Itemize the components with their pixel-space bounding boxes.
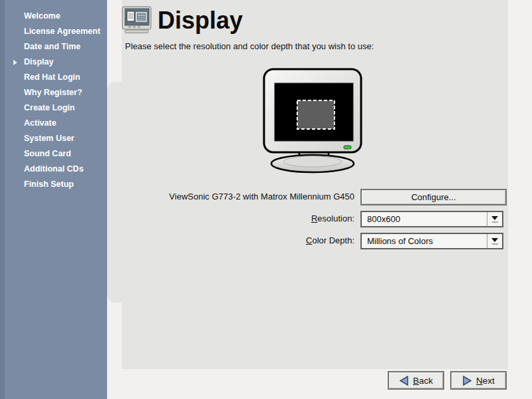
color-depth-dropdown[interactable]: Millions of Colors [360, 233, 503, 249]
sidebar-step-license-agreement: License Agreement [0, 24, 107, 39]
resolution-label-rest: esolution: [317, 213, 354, 223]
configure-button[interactable]: Configure... [360, 189, 507, 205]
sidebar-step-create-login: Create Login [0, 100, 107, 116]
monitor-and-card-label: ViewSonic G773-2 with Matrox Millennium … [125, 192, 354, 201]
wizard-steps-sidebar: Welcome License Agreement Date and Time … [0, 0, 107, 399]
color-depth-mnemonic: C [306, 235, 312, 245]
color-depth-dropdown-arrow-icon[interactable] [487, 234, 502, 248]
color-depth-selected-value[interactable]: Millions of Colors [362, 234, 487, 248]
sidebar-step-finish-setup: Finish Setup [0, 177, 107, 192]
sidebar-step-welcome: Welcome [0, 9, 107, 24]
sidebar-step-date-and-time: Date and Time [0, 39, 107, 55]
crt-monitor-preview-illustration [260, 67, 365, 175]
back-button[interactable]: Back [388, 371, 444, 390]
next-button-label: Next [476, 376, 495, 386]
next-button[interactable]: Next [450, 371, 507, 390]
back-button-label: Back [413, 376, 433, 386]
page-title: Display [158, 7, 243, 35]
sidebar-step-why-register: Why Register? [0, 85, 107, 100]
color-depth-label-rest: olor Depth: [312, 235, 354, 245]
sidebar-step-sound-card: Sound Card [0, 146, 107, 162]
selected-resolution-area [297, 100, 334, 129]
instruction-text: Please select the resolution and color d… [125, 41, 374, 51]
resolution-mnemonic: R [311, 213, 317, 223]
sidebar-step-activate: Activate [0, 116, 107, 131]
resolution-label: Resolution: [125, 213, 354, 223]
sidebar-step-red-hat-login: Red Hat Login [0, 70, 107, 85]
resolution-selected-value[interactable]: 532x399 [362, 212, 487, 226]
back-arrow-icon [399, 375, 409, 386]
resolution-dropdown[interactable]: 532x399 [360, 211, 503, 227]
sidebar-step-display: Display [0, 55, 107, 70]
color-depth-label: Color Depth: [125, 235, 354, 245]
sidebar-step-system-user: System User [0, 131, 107, 146]
power-led [344, 146, 351, 149]
content-panel [122, 0, 508, 369]
sidebar-step-display-label: Display [24, 57, 53, 66]
configure-button-label: Configure... [411, 192, 456, 202]
sidebar-step-additional-cds: Additional CDs [0, 162, 107, 177]
resolution-dropdown-arrow-icon[interactable] [487, 212, 502, 226]
setup-agent-window: Welcome License Agreement Date and Time … [0, 0, 532, 399]
display-monitor-icon [122, 6, 152, 34]
wizard-step-list: Welcome License Agreement Date and Time … [0, 0, 107, 192]
next-arrow-icon [462, 375, 472, 386]
current-step-arrow-icon [13, 60, 17, 65]
